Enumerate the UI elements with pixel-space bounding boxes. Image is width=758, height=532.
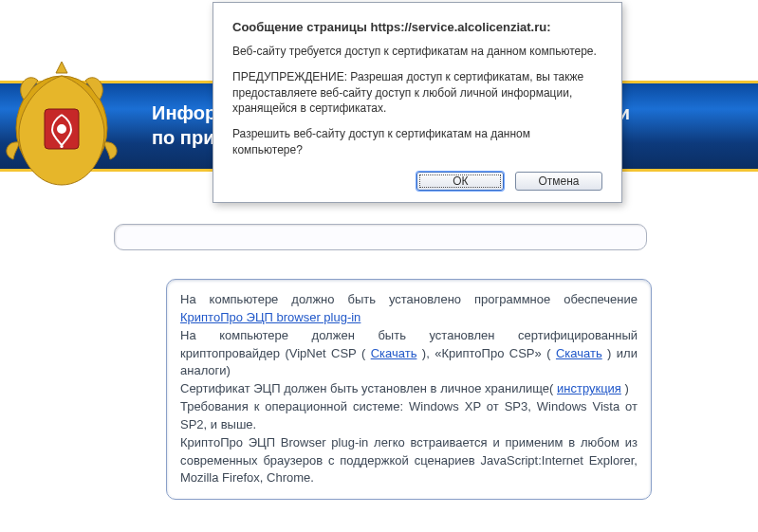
ok-button[interactable]: ОК [416, 172, 504, 191]
dialog-warning: ПРЕДУПРЕЖДЕНИЕ: Разрешая доступ к сертиф… [232, 69, 602, 117]
cancel-button[interactable]: Отмена [515, 172, 602, 191]
req-text: КриптоПро ЭЦП Browser plug-in легко встр… [180, 435, 638, 486]
coat-of-arms-icon [0, 52, 128, 204]
certificate-access-dialog: Сообщение страницы https://service.alcol… [213, 2, 622, 203]
certificate-instruction-link[interactable]: инструкция [557, 381, 621, 395]
search-input[interactable] [114, 224, 647, 250]
cryptopro-plugin-link[interactable]: КриптоПро ЭЦП browser plug-in [180, 310, 361, 324]
vipnet-download-link[interactable]: Скачать [371, 346, 417, 360]
req-text: ), «КриптоПро CSP» ( [422, 346, 551, 360]
dialog-title: Сообщение страницы https://service.alcol… [232, 20, 602, 34]
req-text: На компьютере должно быть установлено пр… [180, 292, 638, 306]
requirements-panel: На компьютере должно быть установлено пр… [166, 279, 652, 500]
dialog-question: Разрешить веб-сайту доступ к сертификата… [232, 126, 602, 158]
dialog-message: Веб-сайту требуется доступ к сертификата… [232, 44, 602, 60]
req-text: Сертификат ЭЦП должен быть установлен в … [180, 381, 553, 395]
req-text: Требования к операционной системе: Windo… [180, 399, 638, 431]
dialog-button-row: ОК Отмена [232, 172, 602, 191]
req-text: ) [625, 381, 629, 395]
svg-point-2 [58, 125, 65, 133]
cryptopro-download-link[interactable]: Скачать [556, 346, 602, 360]
